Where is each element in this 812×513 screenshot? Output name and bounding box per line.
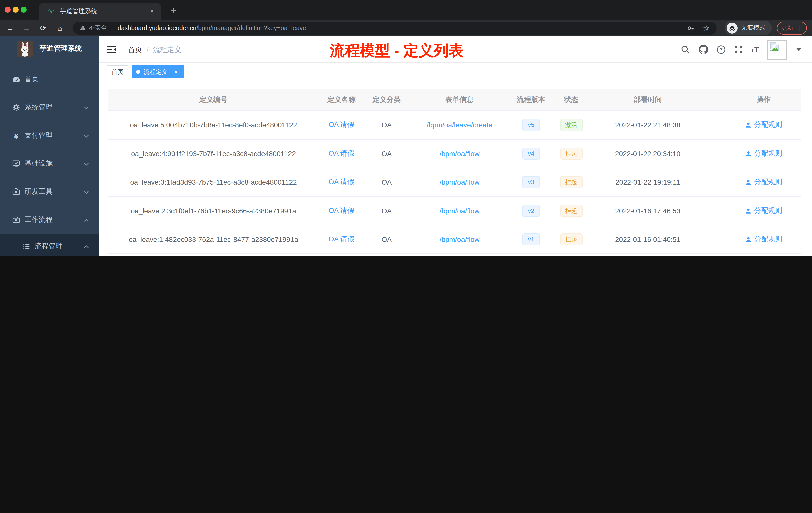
sidebar-item-workflow[interactable]: 工作流程 bbox=[0, 206, 99, 234]
window-controls bbox=[4, 6, 27, 12]
tag-process-definition[interactable]: 流程定义 × bbox=[132, 65, 184, 78]
definition-id: oa_leave:4:991f2193-7b7f-11ec-a3c8-acde4… bbox=[108, 150, 319, 158]
breadcrumb: 首页 / 流程定义 bbox=[128, 46, 181, 55]
sidebar-item-system[interactable]: 系统管理 bbox=[0, 93, 99, 121]
sidebar-collapse-icon[interactable] bbox=[107, 46, 116, 55]
navbar-actions: ? TT bbox=[681, 36, 802, 63]
security-warning[interactable]: 不安全 bbox=[80, 24, 107, 32]
broken-image-icon bbox=[769, 41, 779, 52]
form-link[interactable]: /bpm/oa/flow bbox=[440, 178, 480, 186]
browser-tab[interactable]: 芋道管理系统 × bbox=[39, 2, 161, 20]
assign-rule-button[interactable]: 分配规则 bbox=[745, 178, 782, 187]
col-header: 操作 bbox=[726, 89, 801, 111]
gear-icon bbox=[10, 103, 22, 112]
update-label: 更新 bbox=[781, 24, 793, 32]
deploy-time: 2022-01-16 01:40:51 bbox=[590, 235, 705, 243]
assign-rule-button[interactable]: 分配规则 bbox=[745, 206, 782, 215]
fullscreen-icon[interactable] bbox=[734, 45, 743, 54]
form-link[interactable]: /bpm/oa/flow bbox=[440, 235, 480, 243]
definition-name-link[interactable]: OA 请假 bbox=[329, 178, 354, 186]
definition-name-link[interactable]: OA 请假 bbox=[329, 235, 354, 243]
definition-name-link[interactable]: OA 请假 bbox=[329, 206, 354, 214]
address-bar[interactable]: 不安全 dashboard.yudao.iocoder.cn/bpm/manag… bbox=[73, 21, 717, 34]
tag-home[interactable]: 首页 bbox=[107, 65, 128, 78]
col-header: 状态 bbox=[552, 95, 590, 104]
status-badge: 挂起 bbox=[560, 148, 582, 160]
sidebar-logo[interactable]: 芋道管理系统 bbox=[0, 36, 99, 61]
page-content: 定义编号 定义名称 定义分类 表单信息 流程版本 状态 部署时间 操作 oa_l… bbox=[99, 80, 812, 256]
search-icon[interactable] bbox=[681, 45, 690, 54]
user-icon bbox=[745, 236, 752, 243]
form-link[interactable]: /bpm/oa/flow bbox=[440, 207, 480, 215]
definition-id: oa_leave:5:004b710b-7b8a-11ec-8ef0-acde4… bbox=[108, 121, 319, 129]
avatar[interactable] bbox=[767, 39, 787, 59]
version-badge: v5 bbox=[522, 119, 540, 131]
new-tab-button[interactable]: + bbox=[168, 4, 180, 16]
breadcrumb-separator: / bbox=[147, 46, 149, 55]
definition-category: OA bbox=[364, 235, 409, 243]
chevron-up-icon bbox=[83, 243, 89, 251]
tab-close-icon[interactable]: × bbox=[148, 7, 156, 15]
sidebar-menu: 首页 系统管理 ¥ 支付管理 bbox=[0, 61, 99, 256]
assign-rule-button[interactable]: 分配规则 bbox=[745, 235, 782, 244]
minimize-window-button[interactable] bbox=[12, 6, 19, 12]
definition-name-link[interactable]: OA 请假 bbox=[329, 120, 354, 128]
tab-title: 芋道管理系统 bbox=[60, 7, 148, 15]
deploy-time: 2022-01-16 17:46:53 bbox=[590, 207, 705, 215]
col-header: 定义名称 bbox=[319, 95, 364, 104]
sidebar-item-process-management[interactable]: 流程管理 bbox=[0, 234, 99, 256]
forward-icon[interactable]: → bbox=[23, 24, 31, 32]
reload-icon[interactable]: ⟳ bbox=[39, 23, 47, 32]
back-icon[interactable]: ← bbox=[6, 24, 14, 32]
status-badge: 激活 bbox=[560, 119, 582, 131]
deploy-time: 2022-01-22 19:19:11 bbox=[590, 178, 705, 186]
browser-update-button[interactable]: 更新 ⋮ bbox=[777, 21, 807, 34]
version-badge: v2 bbox=[522, 205, 540, 217]
key-icon[interactable] bbox=[687, 24, 695, 32]
sidebar-item-home[interactable]: 首页 bbox=[0, 65, 99, 93]
chevron-down-icon bbox=[83, 161, 89, 169]
font-size-icon[interactable]: TT bbox=[751, 45, 759, 54]
yen-icon: ¥ bbox=[10, 131, 22, 140]
browser-menu-kebab-icon[interactable]: ⋮ bbox=[797, 24, 803, 31]
sidebar-item-label: 首页 bbox=[25, 75, 39, 84]
sidebar-item-dev-tools[interactable]: 研发工具 bbox=[0, 178, 99, 206]
assign-rule-button[interactable]: 分配规则 bbox=[745, 149, 782, 158]
assign-rule-button[interactable]: 分配规则 bbox=[745, 120, 782, 129]
favicon-plant-icon bbox=[47, 7, 55, 15]
top-navbar: 首页 / 流程定义 流程模型 - 定义列表 ? bbox=[99, 36, 812, 63]
user-icon bbox=[745, 150, 752, 157]
avatar-dropdown-caret-icon[interactable] bbox=[796, 48, 802, 51]
table-row: oa_leave:4:991f2193-7b7f-11ec-a3c8-acde4… bbox=[108, 140, 801, 168]
github-icon[interactable] bbox=[698, 45, 708, 54]
browser-toolbar: ← → ⟳ ⌂ 不安全 dashboard.yudao.iocoder.cn/b… bbox=[0, 20, 812, 36]
url-host: dashboard.yudao.iocoder.cn bbox=[117, 24, 196, 31]
bookmark-star-icon[interactable]: ☆ bbox=[703, 23, 709, 32]
sidebar-item-payment[interactable]: ¥ 支付管理 bbox=[0, 121, 99, 150]
close-window-button[interactable] bbox=[4, 6, 10, 12]
tags-view-bar: 首页 流程定义 × bbox=[99, 63, 812, 80]
form-link[interactable]: /bpm/oa/flow bbox=[440, 150, 480, 158]
breadcrumb-home[interactable]: 首页 bbox=[128, 46, 142, 55]
definition-name-link[interactable]: OA 请假 bbox=[329, 149, 354, 157]
zoom-window-button[interactable] bbox=[21, 6, 27, 12]
user-icon bbox=[745, 179, 752, 185]
col-header: 定义编号 bbox=[108, 95, 319, 104]
monitor-icon bbox=[10, 160, 22, 168]
app-title: 芋道管理系统 bbox=[40, 44, 82, 53]
table-row: oa_leave:1:482ec033-762a-11ec-8477-a2380… bbox=[108, 225, 801, 254]
home-icon[interactable]: ⌂ bbox=[56, 24, 64, 32]
annotation-title: 流程模型 - 定义列表 bbox=[330, 41, 464, 61]
version-badge: v3 bbox=[522, 176, 540, 188]
sidebar-item-infrastructure[interactable]: 基础设施 bbox=[0, 150, 99, 178]
definition-id: oa_leave:1:482ec033-762a-11ec-8477-a2380… bbox=[108, 235, 319, 243]
chevron-down-icon bbox=[83, 104, 89, 113]
form-link[interactable]: /bpm/oa/leave/create bbox=[427, 121, 492, 129]
user-icon bbox=[745, 208, 752, 214]
help-icon[interactable]: ? bbox=[716, 45, 725, 54]
table-row: oa_leave:3:1fad3d93-7b75-11ec-a3c8-acde4… bbox=[108, 168, 801, 197]
sidebar-item-label: 研发工具 bbox=[25, 187, 53, 196]
tag-close-icon[interactable]: × bbox=[172, 68, 179, 75]
version-badge: v1 bbox=[522, 233, 540, 245]
sidebar-item-label: 支付管理 bbox=[25, 131, 53, 140]
